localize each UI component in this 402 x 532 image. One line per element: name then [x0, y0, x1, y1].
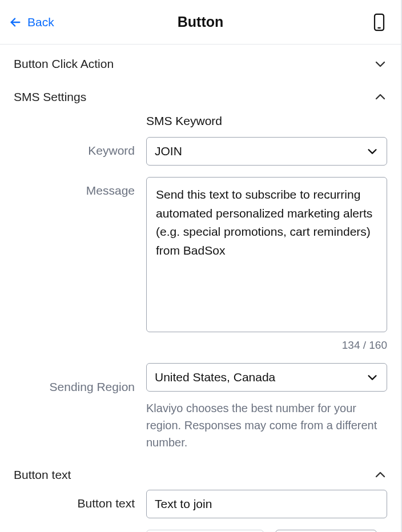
- font-label: Font: [14, 530, 135, 532]
- region-helper: Klaviyo chooses the best number for your…: [146, 400, 387, 451]
- panel-header: Back Button: [0, 0, 401, 45]
- chevron-up-icon: [373, 90, 387, 104]
- region-row: Sending Region United States, Canada Kla…: [14, 363, 387, 451]
- font-family-select[interactable]: Arial: [146, 530, 264, 532]
- chevron-down-icon: [366, 145, 379, 158]
- mobile-icon: [373, 13, 385, 31]
- keyword-label: Keyword: [14, 137, 135, 158]
- font-size-select[interactable]: 24px: [275, 530, 377, 532]
- section-title: SMS Settings: [14, 90, 86, 104]
- button-text-input[interactable]: [146, 490, 387, 518]
- back-label: Back: [27, 15, 54, 29]
- keyword-value: JOIN: [155, 144, 182, 158]
- chevron-down-icon: [373, 57, 387, 71]
- message-label: Message: [14, 177, 135, 198]
- section-toggle-click-action[interactable]: Button Click Action: [0, 45, 401, 83]
- chevron-up-icon: [373, 468, 387, 482]
- section-toggle-sms-settings[interactable]: SMS Settings: [0, 83, 401, 114]
- arrow-left-icon: [9, 16, 22, 29]
- keyword-row: Keyword JOIN: [14, 137, 387, 166]
- chevron-down-icon: [366, 371, 379, 384]
- message-row: Message 134 / 160: [14, 177, 387, 352]
- char-count: 134 / 160: [146, 339, 387, 352]
- sms-settings-body: SMS Keyword Keyword JOIN Message 134 / 1…: [0, 114, 401, 460]
- region-label: Sending Region: [14, 363, 135, 394]
- button-text-body: Button text Font Arial 24px: [0, 490, 401, 532]
- section-title: Button text: [14, 468, 71, 482]
- button-text-label: Button text: [14, 490, 135, 510]
- font-row: Font Arial 24px: [14, 530, 387, 532]
- button-text-row: Button text: [14, 490, 387, 518]
- sms-keyword-heading: SMS Keyword: [146, 114, 387, 128]
- section-toggle-button-text[interactable]: Button text: [0, 460, 401, 490]
- region-value: United States, Canada: [155, 370, 275, 384]
- keyword-select[interactable]: JOIN: [146, 137, 387, 166]
- region-select[interactable]: United States, Canada: [146, 363, 387, 392]
- mobile-preview-button[interactable]: [371, 12, 387, 33]
- section-title: Button Click Action: [14, 57, 114, 71]
- page-title: Button: [0, 14, 401, 30]
- back-button[interactable]: Back: [9, 15, 54, 29]
- message-textarea[interactable]: [146, 177, 387, 332]
